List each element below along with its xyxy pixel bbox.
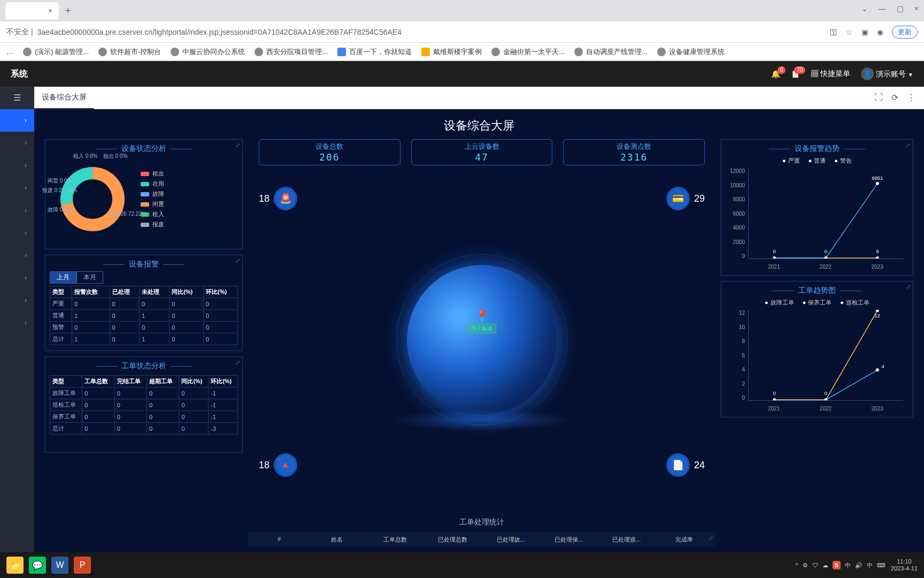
table-row: 普通10100 xyxy=(50,310,238,322)
app-title: 系统 xyxy=(11,69,28,80)
table-row: 总计10100 xyxy=(50,333,238,345)
expand-icon[interactable]: ⤢ xyxy=(235,257,240,264)
taskbar-clock[interactable]: 11:10 2023-4-11 xyxy=(891,558,918,572)
alarm-trend-panel: 设备报警趋势 ⤢ 严重 普通 警告 0200040006000800010000… xyxy=(721,139,913,276)
app-header: 系统 🔔 0 📋 70 ▦ 快捷菜单 👤 演示账号▼ xyxy=(0,61,924,87)
maximize-icon[interactable]: ▢ xyxy=(897,4,904,13)
system-tray[interactable]: ^ ⚙ 🛡 ☁ S 中 🔊 中 ⌨ xyxy=(795,561,886,569)
page-tab[interactable]: 设备综合大屏 xyxy=(34,87,94,109)
expand-icon[interactable]: ⤢ xyxy=(906,142,911,149)
expand-icon[interactable]: ⤢ xyxy=(235,359,240,366)
file-explorer-icon[interactable]: 📁 xyxy=(6,557,24,574)
tray-icon[interactable]: ⚙ xyxy=(803,562,808,569)
avatar-icon: 👤 xyxy=(861,67,874,80)
bookmark-item[interactable]: 自动调度产线管理... xyxy=(574,47,648,57)
nav-item[interactable]: › xyxy=(0,267,34,289)
quick-menu-button[interactable]: ▦ 快捷菜单 xyxy=(811,69,850,79)
extension-icon[interactable]: ▣ xyxy=(861,28,868,36)
nav-item[interactable]: › xyxy=(0,244,34,267)
tray-icon[interactable]: 🔊 xyxy=(855,562,863,569)
bookmark-item[interactable]: 金融街第一太平天... xyxy=(491,47,565,57)
tab-last-month[interactable]: 上月 xyxy=(50,271,76,284)
bookmark-item[interactable]: 软件超市-控制台 xyxy=(98,47,161,57)
close-icon[interactable]: × xyxy=(48,6,52,15)
insecure-label: 不安全 | xyxy=(6,27,33,37)
bookmark-item[interactable]: 设备健康管理系统 xyxy=(657,47,725,57)
dashboard: 设备综合大屏 设备状态分析 ⤢ 租入 0 0% 租出 0 0% 闲置 0 0% xyxy=(34,109,924,552)
pin-icon: 📍 xyxy=(467,310,496,324)
donut-label: 报废 0 27.78% xyxy=(42,187,77,194)
globe-marker[interactable]: 📍 电子集团 xyxy=(467,310,496,333)
chevron-down-icon[interactable]: ⌄ xyxy=(861,4,868,13)
side-stat-tr: 💳29 xyxy=(666,187,705,210)
more-icon[interactable]: ⋮ xyxy=(907,93,915,103)
clipboard-button[interactable]: 📋 70 xyxy=(791,70,800,78)
table-row: 严重00000 xyxy=(50,298,238,310)
close-window-icon[interactable]: × xyxy=(914,4,919,13)
nav-item[interactable]: › xyxy=(0,311,34,334)
user-menu[interactable]: 👤 演示账号▼ xyxy=(861,67,913,80)
svg-text:4: 4 xyxy=(882,363,885,369)
alarm-panel: 设备报警 ⤢ 上月 本月 类型报警次数已处理未处理同比(%)环比(%) 严重00… xyxy=(45,255,243,351)
refresh-icon[interactable]: ⟳ xyxy=(891,93,898,103)
bookmark-item[interactable]: (演示) 能源管理... xyxy=(23,47,89,57)
nav-item[interactable]: › xyxy=(0,154,34,177)
dashboard-title: 设备综合大屏 xyxy=(45,115,913,139)
clip-badge: 70 xyxy=(794,66,805,74)
stat-cloud: 上云设备数 47 xyxy=(411,139,553,165)
svg-text:9951: 9951 xyxy=(872,175,883,181)
doc-icon: 📄 xyxy=(666,453,690,477)
donut-label: 租入 0 0% xyxy=(73,153,98,160)
tray-icon[interactable]: ⌨ xyxy=(877,562,886,569)
stat-points: 设备测点数 2316 xyxy=(563,139,705,165)
tab-this-month[interactable]: 本月 xyxy=(76,271,103,284)
panel-title: 工单状态分析 xyxy=(50,361,238,371)
wechat-icon[interactable]: 💬 xyxy=(29,557,46,574)
expand-icon[interactable]: ⤢ xyxy=(235,142,240,149)
update-button[interactable]: 更新 xyxy=(892,26,918,39)
bookmark-overflow[interactable]: … xyxy=(6,48,13,56)
wo-trend-chart: 024681012 0 0 4 12 xyxy=(726,310,908,412)
wo-status-panel: 工单状态分析 ⤢ 类型工单总数完结工单超期工单同比(%)环比(%) 故障工单00… xyxy=(45,356,243,453)
url-text[interactable]: 3ae4acbe0000000a.pre.cserver.cn/lightpor… xyxy=(37,28,830,36)
status-analysis-panel: 设备状态分析 ⤢ 租入 0 0% 租出 0 0% 闲置 0 0% 报废 0 27… xyxy=(45,139,243,249)
browser-tab[interactable]: × xyxy=(5,2,59,19)
donut-label: 在用 26 72.22% xyxy=(109,210,147,218)
nav-item[interactable]: › xyxy=(0,109,34,132)
powerpoint-icon[interactable]: P xyxy=(74,557,91,574)
side-stat-bl: 18🔺 xyxy=(259,453,297,477)
fullscreen-icon[interactable]: ⛶ xyxy=(874,93,883,103)
bookmark-item[interactable]: 中服云协同办公系统 xyxy=(171,47,245,57)
expand-icon[interactable]: ⤢ xyxy=(709,535,713,542)
nav-item[interactable]: › xyxy=(0,199,34,222)
globe[interactable]: 📍 电子集团 xyxy=(407,265,557,415)
expand-icon[interactable]: ⤢ xyxy=(906,284,911,291)
bookmark-item[interactable]: 戴维斯楼宇案例 xyxy=(421,47,482,57)
nav-item[interactable]: › xyxy=(0,177,34,199)
svg-text:0: 0 xyxy=(825,248,828,254)
alarm-light-icon: 🚨 xyxy=(274,187,297,210)
ime-icon[interactable]: S xyxy=(833,561,841,569)
nav-item[interactable]: › xyxy=(0,289,34,311)
nav-item[interactable]: › xyxy=(0,222,34,244)
nav-item[interactable]: › xyxy=(0,132,34,154)
key-icon[interactable]: ⚿ xyxy=(830,28,837,36)
donut-label: 租出 0 0% xyxy=(103,153,128,160)
sidebar-toggle[interactable]: ☰ xyxy=(0,87,34,109)
notification-bell[interactable]: 🔔 0 xyxy=(771,70,780,78)
side-stat-tl: 18🚨 xyxy=(259,187,297,210)
lang-indicator[interactable]: 中 xyxy=(845,561,851,569)
word-icon[interactable]: W xyxy=(51,557,68,574)
minimize-icon[interactable]: — xyxy=(879,4,886,13)
svg-point-0 xyxy=(773,256,776,258)
tray-icon[interactable]: ☁ xyxy=(822,562,828,569)
bookmark-item[interactable]: 百度一下，你就知道 xyxy=(337,47,412,57)
profile-icon[interactable]: ◉ xyxy=(877,28,883,36)
tray-icon[interactable]: 🛡 xyxy=(812,562,818,568)
sub-header: ☰ 设备综合大屏 ⛶ ⟳ ⋮ xyxy=(0,87,924,109)
chevron-up-icon[interactable]: ^ xyxy=(795,562,798,568)
bookmark-star-icon[interactable]: ☆ xyxy=(846,28,853,36)
bookmark-item[interactable]: 西安分院项目管理... xyxy=(255,47,328,57)
lang-indicator[interactable]: 中 xyxy=(867,561,873,569)
new-tab-button[interactable]: + xyxy=(65,5,71,17)
